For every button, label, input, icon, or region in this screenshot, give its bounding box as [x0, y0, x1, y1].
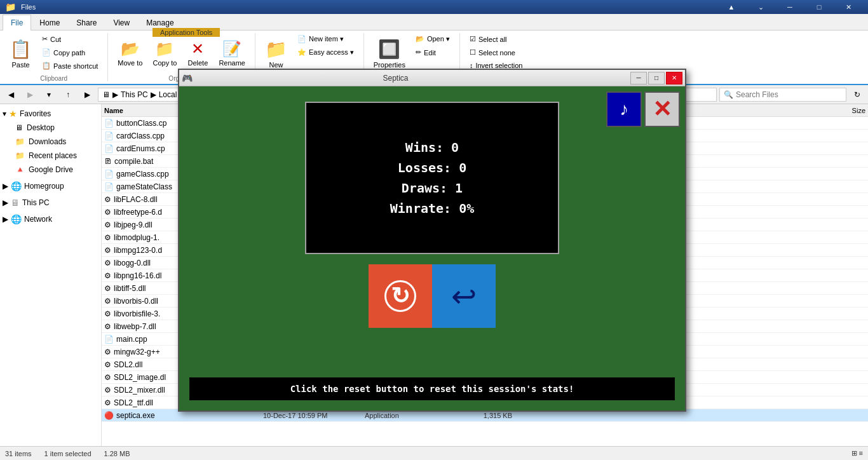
tab-share[interactable]: Share [68, 15, 105, 30]
back-button[interactable]: ◀ [3, 88, 19, 102]
tab-file[interactable]: File [3, 15, 31, 30]
edit-button[interactable]: ✏ Edit [411, 46, 454, 58]
tab-home[interactable]: Home [31, 15, 68, 30]
select-all-button[interactable]: ☑ Select all [465, 33, 527, 45]
close-button[interactable]: ✕ [834, 0, 863, 14]
search-box[interactable]: 🔍 [719, 88, 846, 102]
help-button[interactable]: ▲ [717, 0, 746, 14]
favorites-header[interactable]: ▾ ★ Favorites [0, 107, 101, 121]
properties-button[interactable]: 🔲 Properties [369, 33, 410, 74]
paste-shortcut-button[interactable]: 📋 Paste shortcut [37, 60, 102, 72]
window-controls: ▲ ⌄ ─ □ ✕ [717, 0, 863, 14]
sidebar-item-recent[interactable]: 📁 Recent places [0, 149, 101, 163]
breadcrumb-this-pc[interactable]: This PC [121, 90, 148, 99]
copy-path-label: Copy path [53, 49, 85, 57]
app-icon: 📁 [5, 2, 16, 12]
view-toggle-icons[interactable]: ⊞ ≡ [851, 449, 863, 457]
network-section: ▶ 🌐 Network [0, 212, 101, 226]
copy-icon: 📁 [155, 40, 174, 58]
game-window: 🎮 Septica ─ □ ✕ ♪ ✕ [178, 69, 686, 412]
easy-access-button[interactable]: ⭐ Easy access ▾ [293, 46, 358, 58]
select-buttons: ☑ Select all ☐ Select none ↕ Invert sele… [465, 33, 527, 73]
file-icon: 📄 [104, 335, 114, 344]
paste-button[interactable]: 📋 Paste [5, 33, 36, 74]
rename-button[interactable]: 📝 Rename [214, 33, 250, 74]
file-icon: ⚙ [104, 348, 111, 356]
expand-button[interactable]: ▶ [79, 88, 95, 102]
new-folder-icon: 📁 [265, 39, 287, 60]
file-icon: 📄 [104, 170, 114, 179]
open-button[interactable]: 📂 Open ▾ [411, 33, 454, 45]
chevron-right-icon: ▶ [3, 182, 8, 191]
up-button[interactable]: ↑ [60, 88, 76, 102]
undo-button[interactable]: ↩ [432, 264, 496, 328]
app-title: Files [21, 3, 36, 11]
homegroup-icon: 🌐 [11, 181, 22, 191]
game-message: Click the reset button to reset this ses… [189, 377, 675, 400]
this-pc-header[interactable]: ▶ 🖥 This PC [0, 196, 101, 210]
game-window-icon: 🎮 [182, 73, 193, 83]
cut-button[interactable]: ✂ Cut [37, 33, 102, 45]
this-pc-label: This PC [22, 198, 50, 207]
properties-label: Properties [374, 61, 405, 69]
paste-icon: 📋 [10, 39, 32, 60]
maximize-button[interactable]: □ [804, 0, 834, 14]
game-exit-button[interactable]: ✕ [644, 91, 680, 127]
delete-button[interactable]: ✕ Delete [182, 33, 213, 74]
minimize-button[interactable]: ─ [775, 0, 804, 14]
this-pc-section: ▶ 🖥 This PC [0, 196, 101, 210]
stats-screen: Wins: 0 Losses: 0 Draws: 1 Winrate: 0% [305, 102, 559, 254]
copy-to-button[interactable]: 📁 Copy to [148, 33, 181, 74]
clipboard-group: 📋 Paste ✂ Cut 📄 Copy path 📋 Paste shortc… [0, 33, 108, 81]
copy-path-button[interactable]: 📄 Copy path [37, 46, 102, 58]
open-small-group: 📂 Open ▾ ✏ Edit [411, 33, 454, 58]
forward-button[interactable]: ▶ [22, 88, 38, 102]
game-title-bar: 🎮 Septica ─ □ ✕ [179, 70, 685, 86]
reset-button[interactable]: ↻ [369, 264, 432, 328]
select-small-group: ☑ Select all ☐ Select none ↕ Invert sele… [465, 33, 527, 71]
select-none-button[interactable]: ☐ Select none [465, 46, 527, 58]
tab-view[interactable]: View [105, 15, 138, 30]
network-header[interactable]: ▶ 🌐 Network [0, 212, 101, 226]
file-icon: ⚙ [104, 195, 111, 204]
file-icon: 📄 [104, 182, 114, 191]
homegroup-header[interactable]: ▶ 🌐 Homegroup [0, 179, 101, 193]
sidebar-item-downloads[interactable]: 📁 Downloads [0, 135, 101, 149]
file-icon: ⚙ [104, 398, 111, 407]
clipboard-buttons: 📋 Paste ✂ Cut 📄 Copy path 📋 Paste shortc… [5, 33, 102, 74]
favorites-label: Favorites [20, 109, 51, 118]
music-button[interactable]: ♪ [606, 91, 642, 127]
file-type-cell: Application [362, 412, 464, 419]
google-drive-icon: 🔺 [15, 165, 25, 174]
copy-path-icon: 📄 [42, 48, 51, 57]
collapse-ribbon-button[interactable]: ⌄ [746, 0, 775, 14]
chevron-icon: ▾ [3, 109, 6, 118]
move-to-button[interactable]: 📂 Move to [113, 33, 147, 74]
wins-stat: Wins: 0 [405, 140, 459, 155]
paste-label: Paste [11, 61, 29, 69]
file-icon: ⚙ [104, 208, 111, 217]
refresh-icon: ↻ [384, 280, 416, 312]
refresh-button[interactable]: ↻ [849, 88, 865, 102]
new-small-group: 📄 New item ▾ ⭐ Easy access ▾ [293, 33, 358, 58]
game-maximize-button[interactable]: □ [648, 72, 665, 85]
game-exit-icon: ✕ [653, 96, 672, 123]
file-icon: ⚙ [104, 297, 111, 306]
cut-label: Cut [50, 36, 61, 43]
game-close-button[interactable]: ✕ [666, 72, 682, 85]
new-folder-button[interactable]: 📁 New [261, 33, 292, 74]
game-minimize-button[interactable]: ─ [630, 72, 647, 85]
new-item-button[interactable]: 📄 New item ▾ [293, 33, 358, 45]
file-icon: 🔴 [104, 411, 114, 420]
sidebar-item-desktop[interactable]: 🖥 Desktop [0, 121, 101, 135]
file-date-cell: 10-Dec-17 10:59 PM [261, 412, 362, 419]
search-input[interactable] [736, 90, 831, 99]
selected-size: 1.28 MB [104, 450, 130, 457]
recent-locations-button[interactable]: ▾ [41, 88, 57, 102]
open-icon: 📂 [416, 35, 424, 43]
cut-icon: ✂ [42, 35, 48, 43]
sidebar-item-google-drive[interactable]: 🔺 Google Drive [0, 163, 101, 177]
homegroup-section: ▶ 🌐 Homegroup [0, 179, 101, 193]
app-title-bar: 📁 Files ▲ ⌄ ─ □ ✕ [0, 0, 868, 14]
file-icon: ⚙ [104, 360, 111, 369]
